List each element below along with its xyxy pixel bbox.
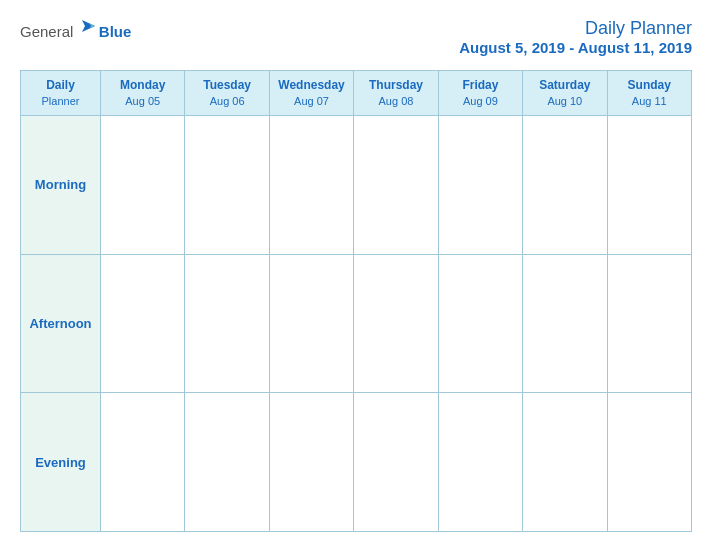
data-cell[interactable] bbox=[269, 254, 353, 393]
table-row: Evening bbox=[21, 393, 692, 532]
data-cell[interactable] bbox=[438, 254, 522, 393]
header-cell-tuesday: TuesdayAug 06 bbox=[185, 71, 269, 116]
logo: General Blue bbox=[20, 18, 131, 41]
date-range: August 5, 2019 - August 11, 2019 bbox=[459, 39, 692, 56]
data-cell[interactable] bbox=[354, 116, 438, 255]
planner-table: DailyPlannerMondayAug 05TuesdayAug 06Wed… bbox=[20, 70, 692, 532]
data-cell[interactable] bbox=[101, 393, 185, 532]
table-header: DailyPlannerMondayAug 05TuesdayAug 06Wed… bbox=[21, 71, 692, 116]
data-cell[interactable] bbox=[354, 254, 438, 393]
page-title: Daily Planner bbox=[459, 18, 692, 39]
data-cell[interactable] bbox=[438, 116, 522, 255]
header-cell-friday: FridayAug 09 bbox=[438, 71, 522, 116]
table-row: Morning bbox=[21, 116, 692, 255]
data-cell[interactable] bbox=[354, 393, 438, 532]
title-block: Daily Planner August 5, 2019 - August 11… bbox=[459, 18, 692, 56]
page-header: General Blue Daily Planner August 5, 201… bbox=[20, 18, 692, 56]
header-cell-thursday: ThursdayAug 08 bbox=[354, 71, 438, 116]
header-row: DailyPlannerMondayAug 05TuesdayAug 06Wed… bbox=[21, 71, 692, 116]
data-cell[interactable] bbox=[101, 116, 185, 255]
header-cell-sunday: SundayAug 11 bbox=[607, 71, 691, 116]
data-cell[interactable] bbox=[607, 254, 691, 393]
logo-general: General bbox=[20, 23, 73, 40]
data-cell[interactable] bbox=[185, 393, 269, 532]
data-cell[interactable] bbox=[438, 393, 522, 532]
blue-flag-icon bbox=[79, 18, 97, 36]
data-cell[interactable] bbox=[101, 254, 185, 393]
data-cell[interactable] bbox=[523, 393, 607, 532]
table-row: Afternoon bbox=[21, 254, 692, 393]
data-cell[interactable] bbox=[523, 116, 607, 255]
table-body: MorningAfternoonEvening bbox=[21, 116, 692, 532]
header-cell-saturday: SaturdayAug 10 bbox=[523, 71, 607, 116]
header-cell-monday: MondayAug 05 bbox=[101, 71, 185, 116]
data-cell[interactable] bbox=[269, 393, 353, 532]
header-cell-daily-planner: DailyPlanner bbox=[21, 71, 101, 116]
header-cell-wednesday: WednesdayAug 07 bbox=[269, 71, 353, 116]
data-cell[interactable] bbox=[607, 393, 691, 532]
data-cell[interactable] bbox=[185, 116, 269, 255]
row-label-afternoon: Afternoon bbox=[21, 254, 101, 393]
data-cell[interactable] bbox=[523, 254, 607, 393]
logo-blue: Blue bbox=[99, 23, 132, 40]
data-cell[interactable] bbox=[185, 254, 269, 393]
data-cell[interactable] bbox=[607, 116, 691, 255]
data-cell[interactable] bbox=[269, 116, 353, 255]
row-label-morning: Morning bbox=[21, 116, 101, 255]
row-label-evening: Evening bbox=[21, 393, 101, 532]
